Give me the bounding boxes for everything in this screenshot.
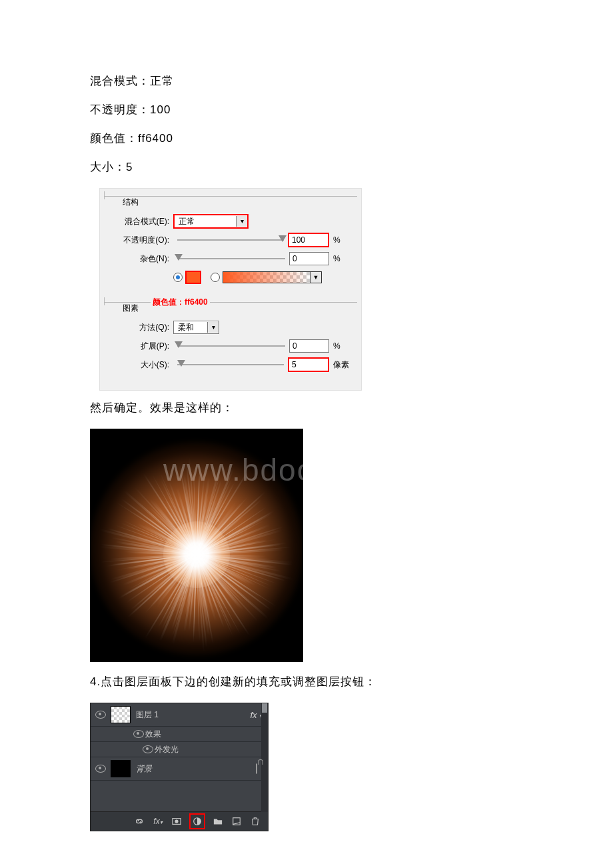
layer-name[interactable]: 图层 1 bbox=[136, 709, 245, 721]
scrollbar[interactable] bbox=[261, 703, 268, 812]
opacity-label: 不透明度(O): bbox=[109, 235, 173, 246]
blend-mode-select[interactable]: 正常 ▾ bbox=[173, 214, 249, 229]
chevron-down-icon[interactable]: ▾ bbox=[207, 322, 219, 333]
new-layer-icon[interactable] bbox=[231, 815, 243, 827]
blend-mode-label: 混合模式(E): bbox=[109, 216, 173, 227]
layers-panel-footer: fx▾ bbox=[91, 811, 268, 831]
eye-icon bbox=[95, 765, 106, 773]
blend-mode-value: 正常 bbox=[175, 216, 236, 227]
technique-label: 方法(Q): bbox=[109, 322, 173, 333]
opacity-unit: % bbox=[329, 235, 352, 245]
layer-thumbnail[interactable] bbox=[111, 760, 131, 777]
new-group-icon[interactable] bbox=[212, 815, 224, 827]
gradient-radio[interactable] bbox=[211, 273, 220, 282]
layer-row-layer1[interactable]: 图层 1 fx▾ bbox=[91, 703, 268, 727]
text-size: 大小：5 bbox=[90, 159, 523, 175]
delete-layer-icon[interactable] bbox=[249, 815, 261, 827]
structure-legend: 结构 bbox=[119, 197, 143, 207]
layer-row-background[interactable]: 背景 bbox=[91, 757, 268, 781]
noise-label: 杂色(N): bbox=[109, 253, 173, 265]
opacity-slider[interactable] bbox=[177, 235, 284, 245]
fx-badge[interactable]: fx bbox=[250, 710, 257, 720]
size-unit: 像素 bbox=[329, 359, 352, 371]
spread-input[interactable]: 0 bbox=[289, 339, 329, 353]
eye-icon bbox=[143, 745, 153, 753]
eye-icon bbox=[133, 730, 144, 738]
noise-input[interactable]: 0 bbox=[289, 252, 329, 265]
outer-glow-label: 外发光 bbox=[155, 744, 268, 755]
technique-select[interactable]: 柔和 ▾ bbox=[173, 321, 219, 334]
layer-name[interactable]: 背景 bbox=[136, 763, 245, 775]
visibility-toggle[interactable] bbox=[91, 711, 111, 719]
layer-mask-icon[interactable] bbox=[171, 815, 183, 827]
effect-preview-image: www.bdocx.com bbox=[90, 429, 303, 662]
layer-thumbnail[interactable] bbox=[111, 706, 131, 723]
link-layers-icon[interactable] bbox=[133, 815, 145, 827]
glow-color-swatch[interactable] bbox=[185, 271, 201, 284]
layer-style-icon[interactable]: fx▾ bbox=[152, 815, 164, 827]
visibility-toggle[interactable] bbox=[132, 730, 145, 738]
text-opacity: 不透明度：100 bbox=[90, 102, 523, 117]
spread-slider[interactable] bbox=[177, 341, 285, 351]
new-fill-adjustment-layer-icon[interactable] bbox=[189, 813, 205, 829]
effects-label: 效果 bbox=[145, 729, 268, 740]
spread-label: 扩展(P): bbox=[109, 341, 173, 352]
text-step-4: 4.点击图层面板下边的创建新的填充或调整图层按钮： bbox=[90, 674, 523, 689]
technique-value: 柔和 bbox=[174, 322, 207, 333]
gradient-preview[interactable] bbox=[223, 271, 310, 283]
opacity-input[interactable]: 100 bbox=[288, 233, 329, 247]
elements-group: 图素 颜色值：ff6400 方法(Q): 柔和 ▾ 扩展(P): bbox=[104, 297, 357, 379]
visibility-toggle[interactable] bbox=[141, 745, 155, 753]
layers-panel: 图层 1 fx▾ 效果 外发光 背景 fx▾ bbox=[90, 703, 269, 831]
text-blend-mode: 混合模式：正常 bbox=[90, 73, 523, 89]
text-color-value: 颜色值：ff6400 bbox=[90, 131, 523, 146]
text-then-confirm: 然后确定。效果是这样的： bbox=[90, 400, 523, 415]
lock-icon[interactable] bbox=[256, 763, 257, 774]
svg-point-1 bbox=[175, 819, 178, 823]
size-slider[interactable] bbox=[177, 360, 284, 369]
size-label: 大小(S): bbox=[109, 359, 173, 371]
visibility-toggle[interactable] bbox=[91, 765, 111, 773]
gradient-dropdown-icon[interactable]: ▼ bbox=[310, 271, 322, 283]
size-input[interactable]: 5 bbox=[288, 357, 329, 372]
color-value-annotation: 颜色值：ff6400 bbox=[151, 297, 210, 308]
noise-slider[interactable] bbox=[177, 254, 285, 263]
spread-unit: % bbox=[329, 341, 352, 351]
eye-icon bbox=[95, 711, 106, 719]
noise-unit: % bbox=[329, 254, 352, 263]
layer-outer-glow-row[interactable]: 外发光 bbox=[91, 742, 268, 757]
structure-group: 结构 混合模式(E): 正常 ▾ 不透明度(O): bbox=[104, 191, 357, 292]
chevron-down-icon[interactable]: ▾ bbox=[236, 216, 247, 227]
color-radio[interactable] bbox=[173, 273, 183, 282]
outer-glow-settings-panel: 结构 混合模式(E): 正常 ▾ 不透明度(O): bbox=[99, 188, 362, 391]
elements-legend: 图素 bbox=[119, 303, 143, 313]
layer-effects-row[interactable]: 效果 bbox=[91, 727, 268, 742]
